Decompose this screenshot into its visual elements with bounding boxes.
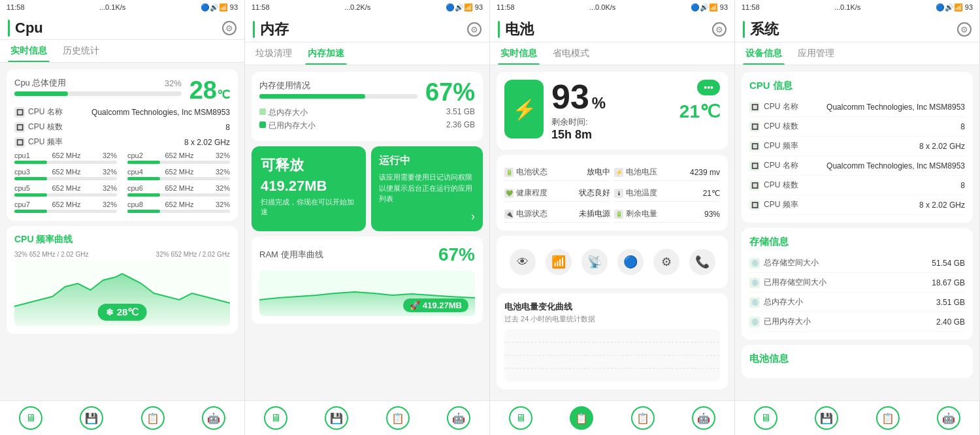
toggle-signal[interactable]: 📡 xyxy=(581,249,608,275)
release-title: 可释放 xyxy=(261,155,357,175)
mem-total-dot xyxy=(259,108,266,115)
bat-pct-big: 93 xyxy=(551,80,589,114)
bat-stat-power: 🔌 电源状态 未插电源 xyxy=(504,206,610,223)
nav-icon-cpu-1[interactable]: 🖥 xyxy=(19,406,42,430)
bat-time: 11:58 xyxy=(497,3,515,11)
toggle-phone[interactable]: 📞 xyxy=(689,249,715,275)
sys-used-mem-icon: 💿 xyxy=(749,317,760,327)
bat-temp-display: 21℃ xyxy=(679,101,720,122)
cpu-usage-label: Cpu 总体使用 xyxy=(14,77,66,89)
bat-stat-temp: 🌡 电池温度 21℃ xyxy=(614,185,720,202)
tab-realtime-cpu[interactable]: 实时信息 xyxy=(8,40,50,62)
nav-icon-mem-1[interactable]: 🖥 xyxy=(264,406,287,430)
cpu-core-8: cpu8 652 MHz 32% xyxy=(127,201,230,213)
sys-used-storage: 💿 已用存储空间大小 18.67 GB xyxy=(749,273,965,293)
tab-history-cpu[interactable]: 历史统计 xyxy=(60,40,102,62)
tab-realtime-bat[interactable]: 实时信息 xyxy=(498,42,540,65)
cpu-usage-card: Cpu 总体使用 32% 28℃ 🔲 CPU 名称 Qualcomm Te xyxy=(7,69,238,221)
cpu-tab-bar: 实时信息 历史统计 xyxy=(0,40,244,63)
nav-icon-bat-3[interactable]: 📋 xyxy=(631,406,655,430)
sys-title-bar xyxy=(743,21,745,38)
cpu-temp-display: 28℃ xyxy=(189,78,230,103)
cpu-cores-grid: cpu1 652 MHz 32% cpu2 652 MHz 32% xyxy=(14,152,230,213)
tab-appmanage-sys[interactable]: 应用管理 xyxy=(795,42,837,65)
toggle-wifi[interactable]: 📶 xyxy=(546,249,572,275)
bat-settings-icon[interactable]: ⚙ xyxy=(712,22,727,37)
sys-settings-icon[interactable]: ⚙ xyxy=(957,22,972,37)
nav-icon-mem-3[interactable]: 📋 xyxy=(386,406,410,430)
mem-pct-big: 67% xyxy=(425,80,475,105)
mem-settings-icon[interactable]: ⚙ xyxy=(467,22,482,37)
bat-pct-unit: % xyxy=(592,94,606,112)
cpu-core-7: cpu7 652 MHz 32% xyxy=(14,201,117,213)
freq-chart-title: CPU 频率曲线 xyxy=(14,234,230,246)
mem-usage-label: 内存使用情况 xyxy=(259,80,310,91)
bat-more-btn[interactable]: ••• xyxy=(697,80,720,95)
tab-garbage-mem[interactable]: 垃圾清理 xyxy=(253,42,295,65)
mem-used-row: 已用内存大小 2.36 GB xyxy=(259,120,475,131)
nav-icon-cpu-2[interactable]: 💾 xyxy=(80,406,103,430)
nav-icon-sys-3[interactable]: 📋 xyxy=(876,406,900,430)
cpu-bottom-nav: 🖥 💾 📋 🤖 xyxy=(0,400,244,435)
sys-battery-section-title: 电池信息 xyxy=(749,353,965,365)
bat-status-icons: 🔵🔊📶 93 xyxy=(691,3,728,12)
toggle-eye[interactable]: 👁 xyxy=(510,249,536,275)
mem-status-icons: 🔵🔊📶 93 xyxy=(446,3,483,12)
sys-cpu-cores-2-icon: 🔲 xyxy=(749,180,760,191)
running-card: 运行中 该应用需要使用日记访问权限以便展示后台正在运行的应用列表 › xyxy=(371,146,483,231)
tab-devinfo-sys[interactable]: 设备信息 xyxy=(743,42,785,65)
nav-icon-bat-2[interactable]: 📋 xyxy=(570,406,593,430)
mem-bottom-nav: 🖥 💾 📋 🤖 xyxy=(245,400,489,435)
bat-stat-voltage-icon: ⚡ xyxy=(614,168,623,177)
bat-app-header: 电池 ⚙ xyxy=(490,14,734,42)
freq-chart-labels: 32% 652 MHz / 2.02 GHz 32% 652 MHz / 2.0… xyxy=(14,251,230,258)
toggle-bt[interactable]: 🔵 xyxy=(617,249,644,275)
nav-icon-mem-2[interactable]: 💾 xyxy=(325,406,348,430)
sys-total-storage-icon: 💿 xyxy=(749,258,760,268)
tab-memboost-mem[interactable]: 内存加速 xyxy=(305,42,347,65)
release-desc: 扫描完成，你现在可以开始加速 xyxy=(261,197,357,218)
cpu-usage-pct-label: 32% xyxy=(165,78,182,88)
release-card: 可释放 419.27MB 扫描完成，你现在可以开始加速 xyxy=(252,146,366,231)
sys-cpu-freq-2: 🔲 CPU 频率 8 x 2.02 GHz xyxy=(749,195,965,215)
sys-cpu-freq-2-icon: 🔲 xyxy=(749,200,760,210)
tab-powersave-bat[interactable]: 省电模式 xyxy=(550,42,592,65)
cpu-core-6: cpu6 652 MHz 32% xyxy=(127,184,230,197)
sys-app-title: 系统 xyxy=(743,20,779,39)
sys-cpu-cores-1: 🔲 CPU 核数 8 xyxy=(749,117,965,137)
toggle-gear[interactable]: ⚙ xyxy=(653,249,679,275)
cpu-name-icon: 🔲 xyxy=(14,107,25,118)
cpu-app-header: Cpu ⚙ xyxy=(0,14,244,40)
memory-panel: 11:58 ...0.2K/s 🔵🔊📶 93 内存 ⚙ 垃圾清理 内存加速 内存… xyxy=(245,0,490,435)
cpu-freq-row: 🔲 CPU 频率 8 x 2.02 GHz xyxy=(14,137,230,148)
bat-status-bar: 11:58 ...0.0K/s 🔵🔊📶 93 xyxy=(490,0,734,14)
ram-chart-title: RAM 使用率曲线 xyxy=(259,249,323,261)
cpu-settings-icon[interactable]: ⚙ xyxy=(222,21,237,35)
nav-icon-cpu-3[interactable]: 📋 xyxy=(141,406,165,430)
ram-chart-pct: 67% xyxy=(438,244,475,265)
nav-icon-sys-4[interactable]: 🤖 xyxy=(937,406,960,430)
cpu-cores-row: 🔲 CPU 核数 8 xyxy=(14,121,230,133)
mem-usage-card: 内存使用情况 67% 总内存大小 3.51 GB 已用内存大小 2.36 GB xyxy=(252,72,483,141)
sys-battery-card: 电池信息 xyxy=(742,345,973,378)
nav-icon-bat-1[interactable]: 🖥 xyxy=(509,406,532,430)
nav-icon-sys-1[interactable]: 🖥 xyxy=(754,406,777,430)
bat-chart-card: 电池电量变化曲线 过去 24 小时的电量统计数据 xyxy=(497,293,728,389)
mem-time: 11:58 xyxy=(252,3,270,11)
sys-used-mem: 💿 已用内存大小 2.40 GB xyxy=(749,312,965,332)
mem-title-bar xyxy=(253,21,255,38)
sys-cpu-freq-1-icon: 🔲 xyxy=(749,141,760,152)
bat-remain-value: 15h 8m xyxy=(551,128,672,142)
nav-icon-sys-2[interactable]: 💾 xyxy=(815,406,838,430)
cpu-status-icons: 🔵🔊📶 93 xyxy=(201,3,238,12)
sys-cpu-name-1: 🔲 CPU 名称 Qualcomm Technologies, Inc MSM8… xyxy=(749,97,965,117)
nav-icon-mem-4[interactable]: 🤖 xyxy=(447,406,470,430)
cpu-status-bar: 11:58 ...0.1K/s 🔵🔊📶 93 xyxy=(0,0,244,14)
bat-title-bar xyxy=(498,21,500,38)
nav-icon-bat-4[interactable]: 🤖 xyxy=(692,406,715,430)
nav-icon-cpu-4[interactable]: 🤖 xyxy=(202,406,225,430)
running-desc: 该应用需要使用日记访问权限以便展示后台正在运行的应用列表 xyxy=(379,172,475,204)
cpu-core-3: cpu3 652 MHz 32% xyxy=(14,168,117,180)
release-mb: 419.27MB xyxy=(261,178,357,195)
bat-chart-title: 电池电量变化曲线 xyxy=(504,301,720,313)
